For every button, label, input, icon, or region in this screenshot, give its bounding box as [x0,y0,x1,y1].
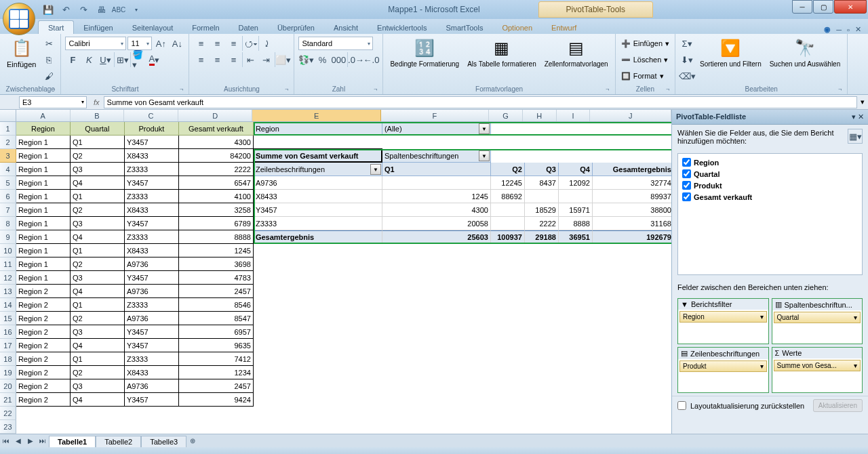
zone-item-region[interactable]: Region▾ [679,311,767,323]
cell[interactable]: Y3457 [125,136,179,149]
cell[interactable]: Spaltenbeschriftungen [382,149,491,163]
cell[interactable]: A9736 [254,176,382,190]
cell[interactable]: Y3457 [125,176,179,190]
cell[interactable]: Y3457 [125,393,179,407]
cell[interactable]: X8433 [125,149,179,163]
zone-item-values[interactable]: Summe von Gesa...▾ [774,360,861,371]
cell[interactable]: Region 1 [16,271,71,285]
tab-entwicklertools[interactable]: Entwicklertools [368,21,436,34]
cell[interactable]: 2457 [179,379,254,393]
col-header-H[interactable]: H [523,110,557,121]
new-sheet-icon[interactable]: ⊕ [186,437,199,445]
cell[interactable]: 15971 [559,203,593,217]
ribbon-minimize-icon[interactable]: ─ [836,26,842,34]
cell[interactable]: Region 2 [16,325,71,339]
cell[interactable]: 29188 [525,230,559,244]
cell[interactable]: Y3457 [254,203,382,217]
cell[interactable]: 8888 [559,217,593,230]
col-header-J[interactable]: J [590,110,671,121]
tab-start[interactable]: Start [38,20,74,34]
sheet-tab-1[interactable]: Tabelle1 [49,436,96,447]
row-header-16[interactable]: 16 [0,325,16,339]
row-header-21[interactable]: 21 [0,393,16,407]
cell[interactable]: Q4 [559,163,593,176]
insert-cells-button[interactable]: ➕ Einfügen ▾ [620,36,671,51]
decrease-indent-icon[interactable]: ⇤ [242,52,257,67]
increase-decimal-icon[interactable]: .0→ [347,52,362,67]
fill-color-icon[interactable]: 🪣▾ [130,52,145,67]
cell[interactable]: 31168 [593,217,671,230]
cell[interactable]: 1245 [179,244,254,257]
cell[interactable]: 8547 [179,312,254,325]
cell[interactable]: Y3457 [125,271,179,285]
find-select-button[interactable]: 🔭Suchen und Auswählen [767,36,844,69]
tab-formeln[interactable]: Formeln [182,21,229,34]
update-button[interactable]: Aktualisieren [813,399,863,412]
zone-column-labels[interactable]: ▥Spaltenbeschriftun... Quartal▾ [772,298,863,344]
first-sheet-icon[interactable]: ⏮ [0,437,12,445]
cell[interactable]: 100937 [491,230,525,244]
cell[interactable]: Z3333 [125,190,179,203]
cell[interactable]: Region [254,122,382,136]
cell[interactable] [491,203,525,217]
autosum-icon[interactable]: Σ▾ [679,36,694,51]
cell[interactable]: Region 1 [16,136,71,149]
field-checkbox[interactable] [682,169,691,178]
cell[interactable]: 6789 [179,217,254,230]
wrap-text-icon[interactable]: ⤸ [258,36,273,51]
cell[interactable]: Region 1 [16,217,71,230]
col-header-F[interactable]: F [381,110,489,121]
sheet-tab-2[interactable]: Tabelle2 [96,436,141,447]
cell[interactable]: Region 1 [16,203,71,217]
cell[interactable]: Q1 [71,244,125,257]
cell[interactable]: Z3333 [125,298,179,312]
field-checkbox[interactable] [682,181,691,190]
cell[interactable]: 2222 [179,163,254,176]
cell[interactable]: Q1 [382,163,491,176]
align-bottom-icon[interactable]: ≡ [226,36,241,51]
percent-icon[interactable]: % [315,52,330,67]
cell[interactable]: Q3 [71,217,125,230]
row-header-15[interactable]: 15 [0,312,16,325]
cell[interactable]: Region 1 [16,230,71,244]
cell[interactable]: 9635 [179,339,254,352]
align-left-icon[interactable]: ≡ [193,52,208,67]
cell[interactable]: 8437 [525,176,559,190]
cell[interactable]: 12092 [559,176,593,190]
cell[interactable]: Region 2 [16,352,71,366]
cell[interactable]: Q4 [71,176,125,190]
cell[interactable]: 32774 [593,176,671,190]
align-right-icon[interactable]: ≡ [226,52,241,67]
cell[interactable]: 3258 [179,203,254,217]
bold-button[interactable]: F [65,52,80,67]
cell[interactable]: Z3333 [125,352,179,366]
field-checkbox[interactable] [682,158,691,167]
cell[interactable]: 8888 [179,230,254,244]
field-checkbox[interactable] [682,192,691,201]
cell[interactable]: 6547 [179,176,254,190]
cell[interactable]: 8546 [179,298,254,312]
row-header-10[interactable]: 10 [0,244,16,257]
underline-button[interactable]: U▾ [98,52,113,67]
cell[interactable]: Q2 [71,366,125,379]
last-sheet-icon[interactable]: ⏭ [37,437,49,445]
cell[interactable]: Region 2 [16,298,71,312]
zone-values[interactable]: ΣWerte Summe von Gesa...▾ [772,347,863,393]
cell[interactable]: (Alle) [382,122,491,136]
cell[interactable] [559,190,593,203]
close-button[interactable]: ✕ [834,0,867,14]
cell[interactable]: 4100 [179,190,254,203]
row-header-11[interactable]: 11 [0,257,16,271]
cell[interactable]: A9736 [125,285,179,298]
cell[interactable]: Region 1 [16,163,71,176]
cell[interactable]: 4300 [179,136,254,149]
row-header-8[interactable]: 8 [0,217,16,230]
align-top-icon[interactable]: ≡ [193,36,208,51]
tab-seitenlayout[interactable]: Seitenlayout [123,21,183,34]
tab-einfuegen[interactable]: Einfügen [74,21,122,34]
dropdown-icon[interactable]: ▼ [479,150,490,161]
cell[interactable]: Q4 [71,285,125,298]
format-painter-icon[interactable]: 🖌 [41,68,56,83]
cell[interactable]: Summe von Gesamt verkauft [254,149,382,163]
cell[interactable]: Gesamt verkauft [179,122,254,136]
